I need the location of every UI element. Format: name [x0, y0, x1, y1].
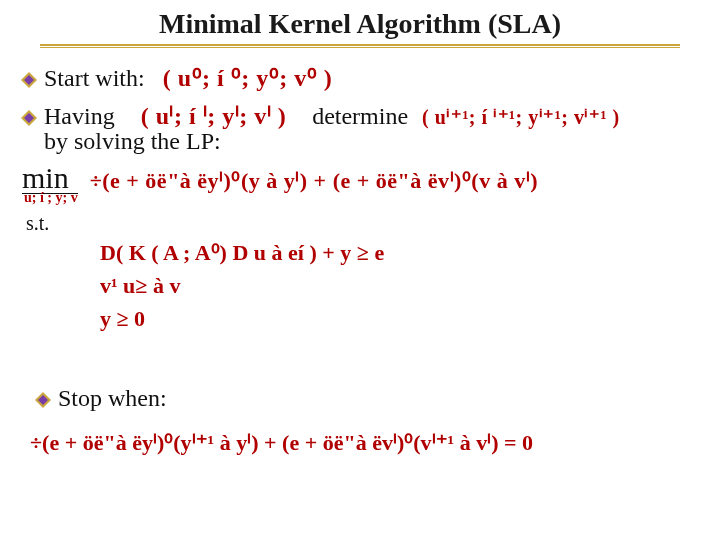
determine-label: determine: [312, 103, 408, 130]
bullet-line-having: Having ( uⁱ; í ⁱ; yⁱ; vⁱ ) determine ( u…: [20, 102, 700, 130]
title-block: Minimal Kernel Algorithm (SLA): [0, 0, 720, 48]
stop-label: Stop when:: [58, 385, 167, 412]
objective-formula: ÷(e + öë"à ëyⁱ)⁰(y à yⁱ) + (e + öë"à ëvⁱ…: [90, 168, 538, 194]
bullet-line-stop: Stop when:: [34, 385, 700, 412]
stop-formula: ÷(e + öë"à ëyⁱ)⁰(yⁱ⁺¹ à yⁱ) + (e + öë"à …: [30, 430, 700, 456]
start-formula: ( u⁰; í ⁰; y⁰; v⁰ ): [163, 64, 332, 92]
having-label: Having: [44, 103, 115, 130]
diamond-bullet-icon: [34, 391, 52, 409]
min-subscript: u; í ; y; v: [24, 190, 78, 206]
start-label: Start with:: [44, 65, 145, 92]
bullet-line-start: Start with: ( u⁰; í ⁰; y⁰; v⁰ ): [20, 64, 700, 92]
st-label: s.t.: [26, 212, 700, 235]
content-area: Start with: ( u⁰; í ⁰; y⁰; v⁰ ) Having (…: [0, 48, 720, 456]
constraint-1: D( K ( A ; A⁰) D u à eí ) + y ≥ e: [100, 236, 384, 269]
diamond-bullet-icon: [20, 109, 38, 127]
constraints-block: D( K ( A ; A⁰) D u à eí ) + y ≥ e v¹ u≥ …: [100, 236, 384, 335]
determine-formula: ( uⁱ⁺¹; í ⁱ⁺¹; yⁱ⁺¹; vⁱ⁺¹ ): [422, 105, 619, 129]
by-solving-label: by solving the LP:: [44, 128, 700, 155]
having-formula: ( uⁱ; í ⁱ; yⁱ; vⁱ ): [141, 102, 286, 130]
diamond-bullet-icon: [20, 71, 38, 89]
constraint-2: v¹ u≥ à v: [100, 269, 384, 302]
slide-title: Minimal Kernel Algorithm (SLA): [159, 8, 561, 40]
constraint-3: y ≥ 0: [100, 302, 384, 335]
lp-block: min u; í ; y; v ÷(e + öë"à ëyⁱ)⁰(y à yⁱ)…: [22, 163, 700, 235]
